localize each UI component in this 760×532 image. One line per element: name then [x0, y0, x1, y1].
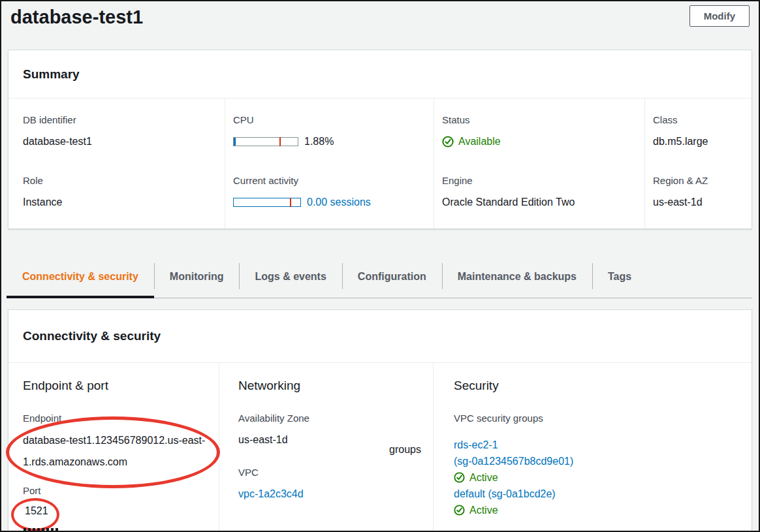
region-az-value: us-east-1d	[653, 196, 745, 208]
cpu-label: CPU	[233, 114, 427, 125]
cpu-field: CPU 1.88%	[233, 114, 427, 148]
summary-column-identity: DB identifier database-test1 Role Instan…	[8, 99, 225, 228]
engine-label: Engine	[442, 175, 638, 186]
networking-section-title: Networking	[238, 379, 424, 393]
security-group-1-status: Active	[454, 469, 742, 486]
engine-value: Oracle Standard Edition Two	[442, 196, 638, 208]
db-identifier-value: database-test1	[23, 136, 218, 148]
networking-column: Networking Availability Zone us-east-1d …	[219, 363, 433, 532]
summary-panel: Summary DB identifier database-test1 Rol…	[8, 50, 752, 229]
summary-column-metrics: CPU 1.88% Current activity	[225, 99, 434, 228]
vpc-security-groups-label: VPC security groups	[454, 413, 742, 424]
detail-tabs: Connectivity & security Monitoring Logs …	[7, 255, 752, 298]
cpu-progress-bar	[233, 137, 298, 146]
tab-monitoring[interactable]: Monitoring	[154, 255, 240, 298]
endpoint-label: Endpoint	[23, 413, 210, 424]
connectivity-panel-title: Connectivity & security	[8, 310, 752, 363]
port-label: Port	[23, 485, 210, 496]
sessions-threshold-tick	[290, 198, 291, 207]
modify-button[interactable]: Modify	[689, 5, 750, 27]
current-activity-meter-row: 0.00 sessions	[233, 196, 427, 208]
db-identifier-label: DB identifier	[23, 114, 218, 125]
active-status-icon	[454, 472, 465, 483]
vpc-link[interactable]: vpc-1a2c3c4d	[238, 488, 304, 500]
active-status-icon	[454, 505, 465, 516]
summary-column-status: Status Available Engine Oracle Standard …	[434, 99, 644, 228]
sessions-value[interactable]: 0.00 sessions	[307, 196, 371, 208]
cpu-value: 1.88%	[304, 136, 334, 148]
endpoint-port-section-title: Endpoint & port	[23, 379, 210, 393]
security-group-2-link[interactable]: default (sg-0a1bcd2e)	[454, 486, 556, 502]
tab-connectivity-security[interactable]: Connectivity & security	[7, 255, 154, 298]
connectivity-panel: Connectivity & security Endpoint & port …	[8, 309, 752, 532]
region-az-field: Region & AZ us-east-1d	[653, 175, 745, 208]
tab-maintenance-backups[interactable]: Maintenance & backups	[442, 255, 592, 298]
connectivity-grid: Endpoint & port Endpoint database-test1.…	[8, 363, 752, 532]
endpoint-value: database-test1.123456789012.us-east-1.rd…	[23, 430, 216, 473]
db-identifier-field: DB identifier database-test1	[23, 114, 218, 148]
page-title: database-test1	[10, 5, 143, 28]
cutoff-text-fragment	[24, 528, 59, 531]
security-group-1-name-link[interactable]: rds-ec2-1	[454, 437, 498, 453]
availability-zone-label: Availability Zone	[238, 413, 424, 424]
port-value: 1521	[23, 505, 210, 517]
endpoint-port-column: Endpoint & port Endpoint database-test1.…	[8, 363, 219, 532]
cpu-threshold-tick	[279, 137, 281, 146]
cpu-progress-fill	[234, 138, 236, 146]
role-field: Role Instance	[23, 175, 218, 208]
status-field: Status Available	[442, 114, 638, 148]
current-activity-label: Current activity	[233, 175, 427, 186]
security-group-2-status: Active	[454, 502, 742, 518]
class-field: Class db.m5.large	[653, 114, 745, 148]
security-column: Security VPC security groups rds-ec2-1 (…	[433, 363, 752, 532]
tab-configuration[interactable]: Configuration	[342, 255, 442, 298]
region-az-label: Region & AZ	[653, 175, 745, 186]
engine-field: Engine Oracle Standard Edition Two	[442, 175, 638, 208]
class-value: db.m5.large	[653, 136, 745, 148]
sessions-progress-bar	[233, 198, 301, 207]
class-label: Class	[653, 114, 745, 125]
security-group-1-status-text: Active	[469, 472, 498, 484]
cpu-meter-row: 1.88%	[233, 136, 427, 148]
tab-tags[interactable]: Tags	[592, 255, 647, 298]
current-activity-field: Current activity 0.00 sessions	[233, 175, 427, 208]
stray-groups-text: groups	[389, 444, 421, 456]
summary-column-class: Class db.m5.large Region & AZ us-east-1d	[644, 99, 752, 228]
status-label: Status	[442, 114, 638, 125]
role-label: Role	[23, 175, 218, 186]
security-section-title: Security	[454, 379, 742, 393]
role-value: Instance	[23, 196, 218, 208]
status-value: Available	[458, 136, 501, 148]
security-group-1-id-link[interactable]: (sg-0a1234567b8cd9e01)	[454, 453, 573, 469]
status-row: Available	[442, 136, 638, 148]
security-group-2-status-text: Active	[469, 505, 498, 516]
summary-panel-title: Summary	[8, 50, 752, 99]
security-groups-list: rds-ec2-1 (sg-0a1234567b8cd9e01) Active …	[454, 437, 742, 518]
summary-grid: DB identifier database-test1 Role Instan…	[8, 99, 752, 228]
tab-logs-events[interactable]: Logs & events	[239, 255, 341, 298]
rds-instance-details-page: database-test1 Modify Summary DB identif…	[0, 0, 760, 532]
status-available-icon	[442, 136, 454, 148]
vpc-label: VPC	[238, 467, 424, 478]
page-header: database-test1 Modify	[1, 1, 759, 50]
